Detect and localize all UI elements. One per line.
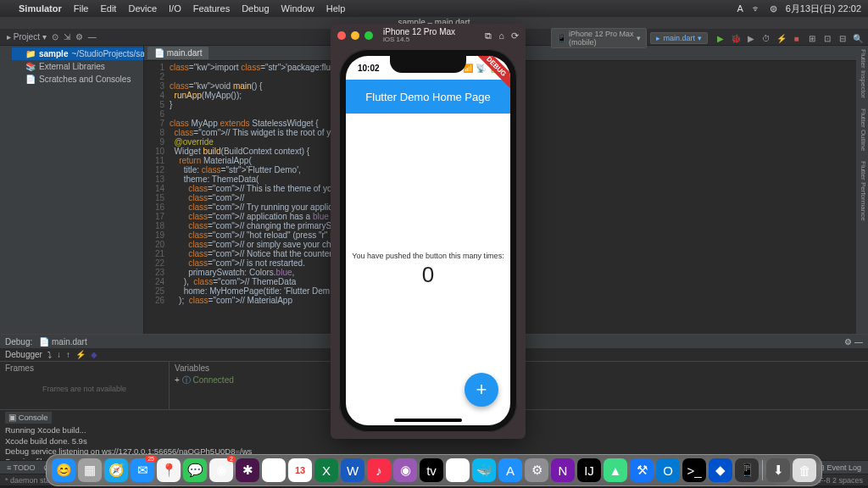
hide-icon[interactable]: — xyxy=(88,32,97,42)
flutter-inspector-tab[interactable]: Flutter Inspector xyxy=(856,46,868,102)
coverage-icon[interactable]: ▶ xyxy=(745,33,756,44)
debug-file[interactable]: 📄 main.dart xyxy=(39,337,86,347)
close-icon[interactable] xyxy=(337,31,346,40)
step-into-icon[interactable]: ↓ xyxy=(57,350,61,359)
hot-reload-icon-2[interactable]: ⚡ xyxy=(75,350,86,359)
hot-reload-icon[interactable]: ⚡ xyxy=(776,33,787,44)
step-out-icon[interactable]: ↑ xyxy=(66,350,70,359)
dock-outlook[interactable]: O xyxy=(656,458,680,482)
debugger-tab[interactable]: Debugger xyxy=(5,350,42,359)
home-indicator[interactable] xyxy=(394,419,462,422)
dock-appstore[interactable]: A xyxy=(498,458,522,482)
dock-finder[interactable]: 😊 xyxy=(52,458,75,482)
tool-icon[interactable]: ⊞ xyxy=(806,33,817,44)
dock-mail[interactable]: ✉︎ xyxy=(131,458,154,482)
stop-icon[interactable]: ■ xyxy=(791,33,802,44)
search-icon[interactable]: 🔍 xyxy=(852,33,863,44)
menu-device[interactable]: Device xyxy=(128,3,157,14)
dock-sourcetree[interactable]: ◆ xyxy=(709,458,732,482)
dock-slack[interactable]: ✱ xyxy=(236,458,259,482)
debug-gear-icon[interactable]: ⚙︎ — xyxy=(844,337,863,347)
run-configuration-bar: 📱 iPhone 12 Pro Max (mobile) ▾ ▸ main.da… xyxy=(551,30,863,46)
dock-docker[interactable]: 🐳 xyxy=(472,458,496,482)
expand-icon[interactable]: + xyxy=(175,375,180,385)
home-icon[interactable]: ⌂ xyxy=(498,30,504,42)
dock-onenote[interactable]: N xyxy=(551,458,575,482)
devtools-icon[interactable]: ◆ xyxy=(91,350,97,359)
menu-debug[interactable]: Debug xyxy=(242,3,269,14)
status-time: 10:02 xyxy=(358,64,380,73)
run-icon[interactable]: ▶ xyxy=(715,33,726,44)
gear-icon[interactable]: ⚙︎ xyxy=(75,32,83,42)
menu-window[interactable]: Window xyxy=(281,3,314,14)
dock-word[interactable]: W xyxy=(341,458,364,482)
frames-panel: Frames Frames are not available xyxy=(0,362,170,409)
debug-icon[interactable]: 🐞 xyxy=(730,33,741,44)
project-settings-icon[interactable]: ⊙ xyxy=(52,32,58,42)
collapse-icon[interactable]: ⇲ xyxy=(64,32,70,42)
console-label[interactable]: ▣ Console xyxy=(5,412,52,424)
dock-safari[interactable]: 🧭 xyxy=(104,458,128,482)
tree-item-sample[interactable]: 📁 sample ~/StudioProjects/sample xyxy=(12,47,143,60)
app-menu[interactable]: Simulator xyxy=(19,3,62,14)
dock-terminal[interactable]: >_ xyxy=(682,458,706,482)
tool2-icon[interactable]: ⊡ xyxy=(821,33,832,44)
dock-chrome[interactable]: ◉ xyxy=(209,458,233,482)
simulator-window[interactable]: iPhone 12 Pro Max iOS 14.5 ⧉ ⌂ ⟳ DEBUG 1… xyxy=(331,24,526,439)
dock-trash[interactable]: 🗑 xyxy=(793,458,816,482)
tool3-icon[interactable]: ⊟ xyxy=(837,33,848,44)
phone-screen[interactable]: DEBUG 10:02 📶 📡 🔋 Flutter Demo Home Page… xyxy=(346,56,510,425)
dock-maps[interactable]: 📍 xyxy=(157,458,181,482)
tree-item-external-libs[interactable]: 📚 External Libraries xyxy=(12,60,143,73)
phone-frame: DEBUG 10:02 📶 📡 🔋 Flutter Demo Home Page… xyxy=(339,49,517,432)
simulator-titlebar[interactable]: iPhone 12 Pro Max iOS 14.5 ⧉ ⌂ ⟳ xyxy=(331,24,526,47)
connected-status: Connected xyxy=(192,375,233,385)
flutter-performance-tab[interactable]: Flutter Performance xyxy=(856,158,868,225)
dock-intellij[interactable]: IJ xyxy=(577,458,601,482)
simulator-title: iPhone 12 Pro Max iOS 14.5 xyxy=(383,27,455,44)
run-config-selector[interactable]: ▸ main.dart ▾ xyxy=(650,32,708,44)
flutter-outline-tab[interactable]: Flutter Outline xyxy=(856,105,868,154)
floating-action-button[interactable]: + xyxy=(465,373,498,407)
wifi-icon[interactable]: ᯤ xyxy=(752,3,761,14)
event-log-link[interactable]: ⊞ Event Log xyxy=(818,463,861,472)
editor-tab-main[interactable]: 📄 main.dart xyxy=(147,47,209,59)
dock-xcode[interactable]: ⚒ xyxy=(630,458,654,482)
menu-io[interactable]: I/O xyxy=(169,3,181,14)
step-over-icon[interactable]: ⤵ xyxy=(47,350,52,359)
device-selector[interactable]: 📱 iPhone 12 Pro Max (mobile) ▾ xyxy=(551,28,647,48)
project-view-dropdown[interactable]: ▸ Project ▾ xyxy=(7,32,47,42)
dock-tableau[interactable]: ⊞ xyxy=(446,458,470,482)
menu-edit[interactable]: Edit xyxy=(100,3,116,14)
zoom-icon[interactable] xyxy=(364,31,373,40)
notch xyxy=(390,56,466,73)
dock-launchpad[interactable]: ▦ xyxy=(78,458,102,482)
dock-music[interactable]: ♪ xyxy=(367,458,391,482)
dock-appletv[interactable]: tv xyxy=(420,458,443,482)
profile-icon[interactable]: ⏱ xyxy=(760,33,771,44)
macos-menubar: Simulator File Edit Device I/O Features … xyxy=(0,0,868,17)
tab-todo[interactable]: ≡ TODO xyxy=(7,463,35,472)
dock-calendar[interactable]: 13 xyxy=(288,458,312,482)
dock-android-studio[interactable]: ▲ xyxy=(604,458,627,482)
dock-messages[interactable]: 💬 xyxy=(183,458,207,482)
menu-help[interactable]: Help xyxy=(326,3,346,14)
control-center-icon[interactable]: ⊜ xyxy=(770,3,777,14)
clock[interactable]: 6月13日(日) 22:02 xyxy=(786,3,861,15)
tree-item-scratches[interactable]: 📄 Scratches and Consoles xyxy=(12,73,143,86)
project-tree[interactable]: 📁 sample ~/StudioProjects/sample 📚 Exter… xyxy=(12,46,144,334)
frames-empty: Frames are not available xyxy=(5,385,164,393)
screenshot-icon[interactable]: ⧉ xyxy=(485,30,492,42)
rotate-icon[interactable]: ⟳ xyxy=(511,30,519,42)
dock-reminders[interactable]: ☰ xyxy=(262,458,286,482)
dock-excel[interactable]: X xyxy=(314,458,338,482)
input-icon[interactable]: A xyxy=(737,3,743,14)
dock-simulator[interactable]: 📱 xyxy=(735,458,759,482)
minimize-icon[interactable] xyxy=(351,31,359,40)
menu-features[interactable]: Features xyxy=(193,3,230,14)
menu-file[interactable]: File xyxy=(74,3,89,14)
dock-settings[interactable]: ⚙︎ xyxy=(525,458,548,482)
dock-podcasts[interactable]: ◉ xyxy=(393,458,417,482)
dock-downloads[interactable]: ⬇︎ xyxy=(766,458,790,482)
left-gutter xyxy=(0,46,12,334)
